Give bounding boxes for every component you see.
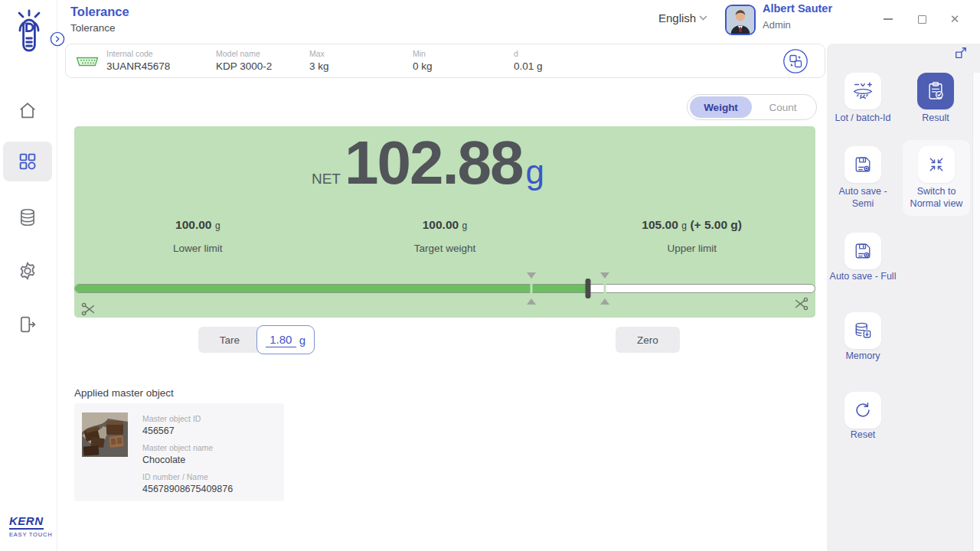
tab-count[interactable]: Count bbox=[752, 96, 814, 118]
device-field: Max 3 kg bbox=[309, 49, 329, 72]
maximize-icon bbox=[918, 15, 926, 24]
sidebar-item-settings[interactable] bbox=[3, 251, 52, 291]
reset-label[interactable]: Reset bbox=[828, 429, 898, 441]
master-object-card[interactable]: Master object ID 456567 Master object na… bbox=[74, 403, 284, 501]
logout-icon bbox=[17, 314, 38, 335]
database-icon bbox=[17, 207, 38, 228]
device-field: d 0.01 g bbox=[514, 49, 543, 72]
close-icon: ✕ bbox=[950, 12, 960, 26]
reset-icon bbox=[852, 399, 874, 421]
auto-save-semi-button[interactable] bbox=[844, 146, 881, 183]
device-field-label: Internal code bbox=[106, 49, 170, 58]
upper-limit-amount: 105.00 bbox=[642, 218, 678, 231]
breadcrumb: Tolerance bbox=[70, 22, 116, 34]
master-object-name-value: Chocolate bbox=[142, 455, 185, 465]
avatar[interactable] bbox=[725, 5, 756, 35]
slider-upper-notch bbox=[603, 284, 606, 293]
master-object-idnumber-label: ID number / Name bbox=[142, 472, 208, 481]
upper-limit: 105.00 g (+ 5.00 g) Upper limit bbox=[568, 218, 815, 254]
apps-grid-icon bbox=[17, 151, 38, 172]
memory-label[interactable]: Memory bbox=[828, 350, 898, 362]
page-title: Tolerance bbox=[70, 5, 129, 19]
expand-panel-button[interactable] bbox=[954, 46, 968, 60]
device-info-bar: Internal code 3UANR45678 Model name KDP … bbox=[65, 44, 825, 78]
upper-limit-label: Upper limit bbox=[568, 243, 815, 254]
target-weight-label: Target weight bbox=[322, 243, 569, 254]
switch-normal-view-button[interactable] bbox=[918, 146, 955, 183]
result-button[interactable] bbox=[917, 73, 954, 109]
tare-input[interactable] bbox=[266, 333, 296, 347]
device-field-label: Max bbox=[309, 49, 329, 58]
auto-save-semi-label[interactable]: Auto save - Semi bbox=[828, 185, 898, 210]
auto-save-full-label[interactable]: Auto save - Full bbox=[819, 270, 906, 282]
result-label[interactable]: Result bbox=[901, 112, 970, 124]
device-field: Internal code 3UANR45678 bbox=[106, 49, 170, 72]
master-object-heading: Applied master object bbox=[74, 387, 174, 399]
lower-limit-unit: g bbox=[215, 220, 220, 231]
scissors-left-icon bbox=[80, 301, 97, 318]
mode-toggle: Weight Count bbox=[687, 94, 817, 120]
upper-limit-unit: g bbox=[681, 220, 687, 231]
target-weight: 100.00 g Target weight bbox=[322, 218, 569, 254]
net-label: NET bbox=[312, 171, 341, 187]
language-label: English bbox=[658, 11, 696, 24]
floppy-disk-icon bbox=[852, 154, 874, 175]
upper-limit-extra: (+ 5.00 g) bbox=[690, 218, 742, 231]
scrollbar-track[interactable] bbox=[972, 73, 980, 551]
device-field-value: KDP 3000-2 bbox=[216, 60, 272, 72]
left-sidebar: KERN EASY TOUCH bbox=[0, 0, 57, 551]
device-field-label: d bbox=[514, 49, 543, 58]
chevron-down-icon bbox=[699, 15, 707, 21]
device-field-value: 3UANR45678 bbox=[106, 60, 170, 72]
device-field-value: 3 kg bbox=[309, 60, 329, 72]
triangle-down-icon bbox=[600, 272, 609, 279]
slider-current-marker bbox=[586, 279, 591, 298]
kern-logo: KERN EASY TOUCH bbox=[9, 514, 55, 538]
close-button[interactable]: ✕ bbox=[945, 9, 965, 29]
tare-button[interactable]: Tare bbox=[198, 327, 261, 353]
memory-button[interactable] bbox=[844, 312, 881, 349]
home-icon bbox=[17, 99, 38, 121]
device-field: Min 0 kg bbox=[413, 49, 433, 72]
target-weight-unit: g bbox=[462, 220, 468, 231]
user-name: Albert Sauter bbox=[763, 2, 832, 15]
minimize-button[interactable] bbox=[878, 9, 898, 29]
tare-input-box: g bbox=[256, 325, 315, 354]
collapse-view-icon bbox=[926, 155, 946, 174]
sidebar-item-logout[interactable] bbox=[3, 305, 52, 344]
lower-limit-amount: 100.00 bbox=[175, 218, 211, 231]
tab-weight[interactable]: Weight bbox=[690, 96, 752, 118]
master-object-photo bbox=[82, 412, 128, 457]
app-window: KERN EASY TOUCH Tolerance Tolerance Engl… bbox=[0, 0, 980, 551]
limits-row: 100.00 g Lower limit 100.00 g Target wei… bbox=[74, 218, 815, 254]
swap-devices-icon bbox=[782, 48, 808, 74]
gear-icon bbox=[17, 260, 38, 282]
reset-button[interactable] bbox=[844, 392, 881, 429]
switch-device-button[interactable] bbox=[782, 48, 808, 74]
slider-fill bbox=[75, 285, 588, 292]
lot-batch-label[interactable]: Lot / batch-Id bbox=[828, 112, 898, 124]
device-field-value: 0 kg bbox=[413, 60, 433, 72]
master-object-id-label: Master object ID bbox=[142, 414, 201, 423]
tolerance-slider bbox=[74, 284, 815, 293]
zero-button[interactable]: Zero bbox=[616, 327, 680, 353]
sidebar-item-database[interactable] bbox=[3, 197, 52, 237]
triangle-down-icon bbox=[527, 272, 536, 279]
lower-limit: 100.00 g Lower limit bbox=[74, 218, 322, 254]
lot-batch-button[interactable] bbox=[844, 73, 881, 109]
auto-save-full-button[interactable] bbox=[844, 233, 881, 269]
language-selector[interactable]: English bbox=[658, 11, 707, 24]
scissors-right-icon bbox=[792, 295, 809, 312]
expand-icon bbox=[954, 46, 968, 60]
device-field-label: Model name bbox=[216, 49, 272, 58]
sidebar-expand-button[interactable] bbox=[50, 31, 65, 47]
tolerance-icon bbox=[851, 80, 874, 103]
user-role: Admin bbox=[763, 19, 791, 31]
sidebar-item-home[interactable] bbox=[3, 90, 52, 130]
triangle-up-icon bbox=[527, 298, 536, 305]
switch-normal-view-label[interactable]: Switch to Normal view bbox=[906, 185, 967, 210]
device-field: Model name KDP 3000-2 bbox=[216, 49, 272, 72]
sidebar-item-apps[interactable] bbox=[3, 142, 52, 181]
maximize-button[interactable] bbox=[912, 9, 932, 29]
slider-lower-notch bbox=[531, 284, 533, 293]
